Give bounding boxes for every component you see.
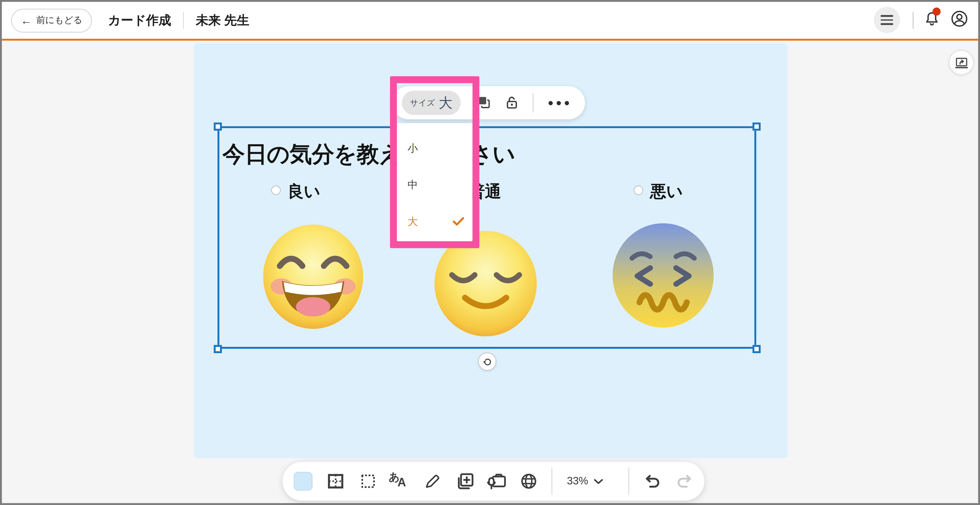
back-arrow-icon: ← [21,15,32,26]
context-toolbar-divider [532,93,533,112]
dashed-selection-icon [359,472,377,491]
size-option-large[interactable]: 大 [407,215,418,229]
user-name: 未来 先生 [196,12,249,29]
app-header: ← 前にもどる カード作成 未来 先生 [2,2,978,41]
selection-handle-top-left[interactable] [213,122,222,130]
chevron-down-icon [593,478,603,484]
element-context-toolbar: サイズ 大 [392,86,585,119]
rotate-icon [483,357,492,366]
back-button[interactable]: ← 前にもどる [11,8,92,32]
more-options-button[interactable] [546,99,571,108]
rotate-handle[interactable] [478,352,496,371]
toolbar-divider-left [551,467,552,495]
draw-tool-button[interactable] [423,472,442,491]
pencil-icon [423,472,442,491]
header-divider [183,12,184,29]
background-color-swatch[interactable] [294,472,312,491]
notifications-button[interactable] [923,10,940,27]
ellipsis-icon [546,99,571,108]
size-dropdown-button[interactable]: サイズ 大 [402,91,461,115]
back-button-label: 前にもどる [37,14,83,26]
user-profile-icon [951,10,968,27]
redo-icon [675,473,693,491]
grid-frame-icon [326,472,346,491]
add-card-icon [454,471,476,492]
header-right-divider [912,12,913,29]
present-screen-icon [954,55,968,70]
present-share-button[interactable] [949,50,974,75]
duplicate-button[interactable] [476,94,492,111]
app-window: ← 前にもどる カード作成 未来 先生 [0,0,980,505]
toolbar-divider-right [628,467,629,495]
layout-grid-button[interactable] [326,472,346,491]
duplicate-icon [476,94,492,111]
camera-mic-icon [487,471,509,491]
hamburger-icon [881,15,893,16]
media-capture-button[interactable] [487,471,509,491]
size-button-label: サイズ [410,97,435,108]
notification-badge [932,8,941,16]
size-option-small[interactable]: 小 [407,142,418,156]
page-title: カード作成 [108,12,171,29]
selection-handle-top-right[interactable] [752,122,760,130]
zoom-control[interactable]: 33% [567,462,603,501]
zoom-level-value: 33% [567,475,588,487]
size-option-medium[interactable]: 中 [407,178,418,192]
web-embed-button[interactable] [519,472,538,491]
selection-rectangle[interactable] [218,126,756,349]
undo-icon [644,473,662,491]
lock-button[interactable] [504,94,520,111]
globe-icon [519,472,538,491]
text-tool-button[interactable]: あ A [389,469,412,493]
canvas-toolbar: あ A [282,462,704,501]
hamburger-menu-button[interactable] [873,7,900,33]
selection-handle-bottom-left[interactable] [213,345,222,353]
selection-handle-bottom-right[interactable] [752,345,760,353]
insert-card-button[interactable] [454,471,476,492]
size-dropdown-menu: 小 中 大 [397,123,473,241]
undo-button[interactable] [644,473,662,491]
text-tool-latin: A [398,476,406,489]
selected-check-icon [452,217,465,226]
unlock-icon [504,94,520,111]
profile-button[interactable] [951,10,968,27]
select-area-button[interactable] [359,472,377,491]
redo-button[interactable] [675,473,693,491]
size-button-value: 大 [439,94,452,112]
